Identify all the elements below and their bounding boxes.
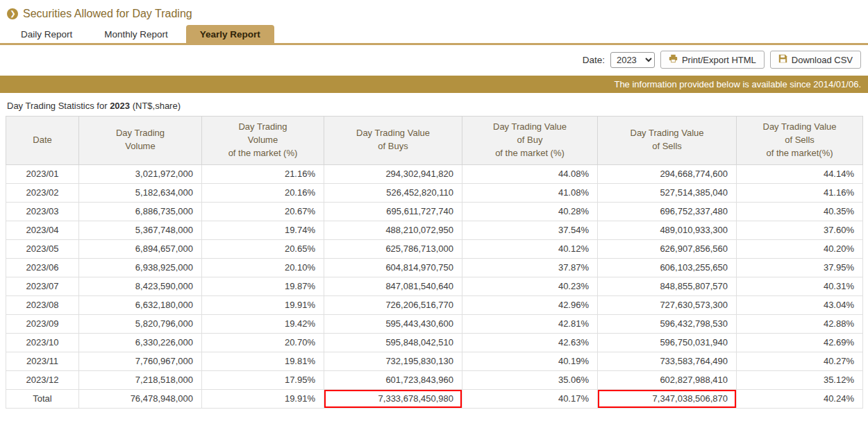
value-cell: 732,195,830,130 — [324, 352, 462, 370]
value-cell: 601,723,843,960 — [324, 370, 462, 389]
value-cell: 596,750,031,940 — [598, 333, 737, 352]
value-cell: 42.81% — [462, 314, 598, 333]
value-cell: 604,814,970,750 — [324, 258, 462, 277]
value-cell: 17.95% — [202, 370, 324, 389]
download-csv-button[interactable]: Download CSV — [770, 51, 861, 69]
date-cell: 2023/02 — [6, 183, 79, 202]
date-label: Date: — [583, 55, 605, 65]
value-cell: 6,886,735,000 — [79, 202, 202, 221]
value-cell: 727,630,573,300 — [598, 295, 737, 314]
page-title: Securities Allowed for Day Trading — [23, 8, 192, 20]
value-cell: 696,752,337,480 — [598, 202, 737, 221]
column-header: Date — [6, 117, 79, 165]
report-tabs: Daily Report Monthly Report Yearly Repor… — [0, 25, 868, 45]
value-cell: 40.19% — [462, 352, 598, 370]
table-row: 2023/127,218,518,00017.95%601,723,843,96… — [6, 370, 863, 389]
value-cell: 726,206,516,770 — [324, 295, 462, 314]
caption-prefix: Day Trading Statistics for — [7, 101, 110, 111]
column-header: Day Trading Volume — [79, 117, 202, 165]
value-cell: 595,443,430,600 — [324, 314, 462, 333]
date-cell: 2023/09 — [6, 314, 79, 333]
print-export-button[interactable]: Print/Export HTML — [660, 51, 765, 69]
print-export-label: Print/Export HTML — [682, 55, 756, 65]
table-row: 2023/036,886,735,00020.67%695,611,727,74… — [6, 202, 863, 221]
value-cell: 35.12% — [737, 370, 863, 389]
value-cell: 527,514,385,040 — [598, 183, 737, 202]
value-cell: 6,938,925,000 — [79, 258, 202, 277]
value-cell: 848,855,807,570 — [598, 277, 737, 295]
download-csv-label: Download CSV — [792, 55, 853, 65]
value-cell: 20.65% — [202, 239, 324, 258]
value-cell: 19.74% — [202, 221, 324, 239]
value-cell: 3,021,972,000 — [79, 164, 202, 183]
column-header: Day Trading Value of Buy of the market (… — [462, 117, 598, 165]
value-cell: 42.63% — [462, 333, 598, 352]
date-cell: 2023/08 — [6, 295, 79, 314]
day-trading-table: DateDay Trading VolumeDay Trading Volume… — [6, 116, 863, 409]
value-cell: 606,103,255,650 — [598, 258, 737, 277]
value-cell: 526,452,820,110 — [324, 183, 462, 202]
column-header: Day Trading Volume of the market (%) — [202, 117, 324, 165]
column-header: Day Trading Value of Sells of the market… — [737, 117, 863, 165]
value-cell: 7,347,038,506,870 — [598, 389, 737, 408]
value-cell: 40.28% — [462, 202, 598, 221]
value-cell: 625,786,713,000 — [324, 239, 462, 258]
value-cell: 19.91% — [202, 295, 324, 314]
value-cell: 40.31% — [737, 277, 863, 295]
year-select[interactable]: 2023 — [610, 52, 655, 68]
value-cell: 5,367,748,000 — [79, 221, 202, 239]
date-cell: 2023/11 — [6, 352, 79, 370]
value-cell: 40.23% — [462, 277, 598, 295]
page-header: ❯ Securities Allowed for Day Trading — [0, 0, 868, 25]
value-cell: 20.16% — [202, 183, 324, 202]
tab-yearly-report[interactable]: Yearly Report — [186, 25, 274, 43]
table-caption: Day Trading Statistics for 2023 (NT$,sha… — [0, 93, 868, 116]
date-cell: 2023/01 — [6, 164, 79, 183]
value-cell: 40.35% — [737, 202, 863, 221]
value-cell: 8,423,590,000 — [79, 277, 202, 295]
value-cell: 42.96% — [462, 295, 598, 314]
value-cell: 44.14% — [737, 164, 863, 183]
chevron-circle-icon: ❯ — [7, 8, 18, 19]
value-cell: 626,907,856,560 — [598, 239, 737, 258]
value-cell: 7,218,518,000 — [79, 370, 202, 389]
value-cell: 40.27% — [737, 352, 863, 370]
value-cell: 35.06% — [462, 370, 598, 389]
value-cell: 602,827,988,410 — [598, 370, 737, 389]
toolbar: Date: 2023 Print/Export HTML — [0, 45, 868, 74]
table-row: 2023/078,423,590,00019.87%847,081,540,64… — [6, 277, 863, 295]
value-cell: 20.67% — [202, 202, 324, 221]
value-cell: 733,583,764,490 — [598, 352, 737, 370]
value-cell: 19.91% — [202, 389, 324, 408]
value-cell: 19.42% — [202, 314, 324, 333]
table-body: 2023/013,021,972,00021.16%294,302,941,82… — [6, 164, 863, 408]
value-cell: 37.60% — [737, 221, 863, 239]
value-cell: 21.16% — [202, 164, 324, 183]
value-cell: 6,632,180,000 — [79, 295, 202, 314]
value-cell: 40.12% — [462, 239, 598, 258]
value-cell: 19.87% — [202, 277, 324, 295]
table-row: 2023/106,330,226,00020.70%595,848,042,51… — [6, 333, 863, 352]
table-row: 2023/095,820,796,00019.42%595,443,430,60… — [6, 314, 863, 333]
value-cell: 76,478,948,000 — [79, 389, 202, 408]
caption-suffix: (NT$,share) — [130, 101, 181, 111]
value-cell: 41.08% — [462, 183, 598, 202]
value-cell: 294,668,774,600 — [598, 164, 737, 183]
date-cell: 2023/10 — [6, 333, 79, 352]
value-cell: 695,611,727,740 — [324, 202, 462, 221]
date-cell: 2023/04 — [6, 221, 79, 239]
date-cell: 2023/12 — [6, 370, 79, 389]
tab-monthly-report[interactable]: Monthly Report — [90, 25, 182, 43]
table-row: 2023/056,894,657,00020.65%625,786,713,00… — [6, 239, 863, 258]
floppy-disk-icon — [778, 54, 787, 65]
value-cell: 19.81% — [202, 352, 324, 370]
tab-daily-report[interactable]: Daily Report — [7, 25, 86, 43]
table-row: 2023/045,367,748,00019.74%488,210,072,95… — [6, 221, 863, 239]
value-cell: 596,432,798,530 — [598, 314, 737, 333]
table-header-row: DateDay Trading VolumeDay Trading Volume… — [6, 117, 863, 165]
value-cell: 20.10% — [202, 258, 324, 277]
value-cell: 488,210,072,950 — [324, 221, 462, 239]
date-cell: 2023/07 — [6, 277, 79, 295]
value-cell: 294,302,941,820 — [324, 164, 462, 183]
date-cell: 2023/03 — [6, 202, 79, 221]
